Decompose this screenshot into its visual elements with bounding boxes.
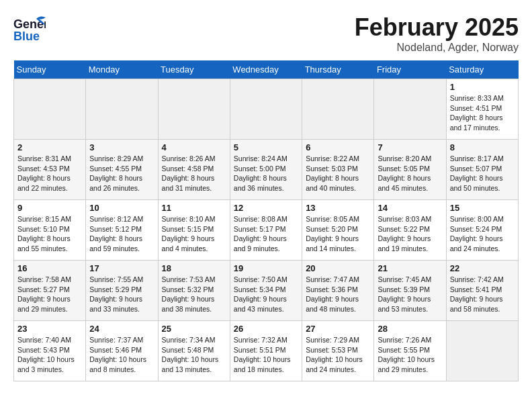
weekday-header-wednesday: Wednesday [230, 60, 302, 79]
calendar-cell [230, 79, 302, 140]
month-title: February 2025 [355, 13, 519, 42]
day-info: Sunrise: 7:32 AM Sunset: 5:51 PM Dayligh… [234, 335, 298, 375]
day-number: 2 [17, 142, 82, 152]
day-number: 12 [234, 203, 298, 213]
day-number: 5 [234, 142, 298, 152]
day-number: 24 [89, 324, 154, 334]
weekday-header-monday: Monday [86, 60, 158, 79]
day-info: Sunrise: 8:33 AM Sunset: 4:51 PM Dayligh… [450, 93, 515, 133]
calendar-cell: 19Sunrise: 7:50 AM Sunset: 5:34 PM Dayli… [230, 261, 302, 321]
location-title: Nodeland, Agder, Norway [355, 42, 519, 54]
svg-text:General: General [13, 17, 46, 31]
calendar-cell: 21Sunrise: 7:45 AM Sunset: 5:39 PM Dayli… [374, 261, 446, 321]
day-number: 21 [378, 263, 442, 273]
day-info: Sunrise: 7:29 AM Sunset: 5:53 PM Dayligh… [306, 335, 370, 375]
weekday-header-saturday: Saturday [446, 60, 518, 79]
calendar-cell: 16Sunrise: 7:58 AM Sunset: 5:27 PM Dayli… [14, 261, 86, 321]
calendar-cell: 3Sunrise: 8:29 AM Sunset: 4:55 PM Daylig… [86, 140, 158, 200]
day-number: 7 [378, 142, 442, 152]
calendar-table: SundayMondayTuesdayWednesdayThursdayFrid… [13, 60, 519, 381]
day-info: Sunrise: 7:50 AM Sunset: 5:34 PM Dayligh… [234, 275, 298, 314]
day-number: 6 [306, 142, 370, 152]
day-info: Sunrise: 8:17 AM Sunset: 5:07 PM Dayligh… [450, 154, 515, 193]
day-info: Sunrise: 7:40 AM Sunset: 5:43 PM Dayligh… [17, 335, 82, 375]
calendar-cell [302, 79, 374, 140]
day-info: Sunrise: 8:31 AM Sunset: 4:53 PM Dayligh… [17, 154, 82, 193]
calendar-cell: 23Sunrise: 7:40 AM Sunset: 5:43 PM Dayli… [14, 321, 86, 381]
calendar-cell: 7Sunrise: 8:20 AM Sunset: 5:05 PM Daylig… [374, 140, 446, 200]
day-info: Sunrise: 7:47 AM Sunset: 5:36 PM Dayligh… [306, 275, 370, 314]
weekday-header-row: SundayMondayTuesdayWednesdayThursdayFrid… [14, 60, 519, 79]
day-number: 23 [17, 324, 82, 334]
calendar-week-row: 2Sunrise: 8:31 AM Sunset: 4:53 PM Daylig… [14, 140, 519, 200]
weekday-header-friday: Friday [374, 60, 446, 79]
calendar-cell: 12Sunrise: 8:08 AM Sunset: 5:17 PM Dayli… [230, 200, 302, 261]
day-info: Sunrise: 8:00 AM Sunset: 5:24 PM Dayligh… [450, 214, 515, 254]
day-number: 10 [89, 203, 154, 213]
calendar-week-row: 1Sunrise: 8:33 AM Sunset: 4:51 PM Daylig… [14, 79, 519, 140]
day-info: Sunrise: 8:05 AM Sunset: 5:20 PM Dayligh… [306, 214, 370, 254]
calendar-cell: 20Sunrise: 7:47 AM Sunset: 5:36 PM Dayli… [302, 261, 374, 321]
calendar-cell: 5Sunrise: 8:24 AM Sunset: 5:00 PM Daylig… [230, 140, 302, 200]
calendar-cell: 9Sunrise: 8:15 AM Sunset: 5:10 PM Daylig… [14, 200, 86, 261]
day-number: 13 [306, 203, 370, 213]
calendar-cell [86, 79, 158, 140]
day-number: 26 [234, 324, 298, 334]
calendar-cell: 22Sunrise: 7:42 AM Sunset: 5:41 PM Dayli… [446, 261, 518, 321]
calendar-cell: 15Sunrise: 8:00 AM Sunset: 5:24 PM Dayli… [446, 200, 518, 261]
title-area: February 2025 Nodeland, Agder, Norway [355, 13, 519, 54]
day-number: 8 [450, 142, 515, 152]
day-info: Sunrise: 7:34 AM Sunset: 5:48 PM Dayligh… [162, 335, 226, 375]
calendar-cell: 17Sunrise: 7:55 AM Sunset: 5:29 PM Dayli… [86, 261, 158, 321]
calendar-week-row: 16Sunrise: 7:58 AM Sunset: 5:27 PM Dayli… [14, 261, 519, 321]
day-info: Sunrise: 7:26 AM Sunset: 5:55 PM Dayligh… [378, 335, 442, 375]
day-number: 1 [450, 82, 515, 92]
calendar-cell [446, 321, 518, 381]
day-number: 20 [306, 263, 370, 273]
day-number: 4 [162, 142, 226, 152]
page-header: General Blue February 2025 Nodeland, Agd… [13, 13, 519, 54]
calendar-cell: 11Sunrise: 8:10 AM Sunset: 5:15 PM Dayli… [158, 200, 230, 261]
day-number: 15 [450, 203, 515, 213]
day-info: Sunrise: 8:10 AM Sunset: 5:15 PM Dayligh… [162, 214, 226, 254]
logo-icon: General Blue [13, 13, 46, 48]
calendar-cell: 6Sunrise: 8:22 AM Sunset: 5:03 PM Daylig… [302, 140, 374, 200]
calendar-cell: 26Sunrise: 7:32 AM Sunset: 5:51 PM Dayli… [230, 321, 302, 381]
day-number: 28 [378, 324, 442, 334]
calendar-cell: 27Sunrise: 7:29 AM Sunset: 5:53 PM Dayli… [302, 321, 374, 381]
weekday-header-sunday: Sunday [14, 60, 86, 79]
calendar-cell: 25Sunrise: 7:34 AM Sunset: 5:48 PM Dayli… [158, 321, 230, 381]
day-number: 9 [17, 203, 82, 213]
day-info: Sunrise: 8:24 AM Sunset: 5:00 PM Dayligh… [234, 154, 298, 193]
calendar-cell: 18Sunrise: 7:53 AM Sunset: 5:32 PM Dayli… [158, 261, 230, 321]
day-number: 27 [306, 324, 370, 334]
day-number: 14 [378, 203, 442, 213]
day-info: Sunrise: 8:29 AM Sunset: 4:55 PM Dayligh… [89, 154, 154, 193]
day-number: 11 [162, 203, 226, 213]
calendar-week-row: 23Sunrise: 7:40 AM Sunset: 5:43 PM Dayli… [14, 321, 519, 381]
day-info: Sunrise: 7:45 AM Sunset: 5:39 PM Dayligh… [378, 275, 442, 314]
day-info: Sunrise: 7:42 AM Sunset: 5:41 PM Dayligh… [450, 275, 515, 314]
calendar-cell [158, 79, 230, 140]
day-info: Sunrise: 8:12 AM Sunset: 5:12 PM Dayligh… [89, 214, 154, 254]
day-number: 17 [89, 263, 154, 273]
day-info: Sunrise: 7:53 AM Sunset: 5:32 PM Dayligh… [162, 275, 226, 314]
day-info: Sunrise: 8:03 AM Sunset: 5:22 PM Dayligh… [378, 214, 442, 254]
day-info: Sunrise: 8:22 AM Sunset: 5:03 PM Dayligh… [306, 154, 370, 193]
calendar-cell: 28Sunrise: 7:26 AM Sunset: 5:55 PM Dayli… [374, 321, 446, 381]
calendar-cell: 1Sunrise: 8:33 AM Sunset: 4:51 PM Daylig… [446, 79, 518, 140]
day-info: Sunrise: 7:55 AM Sunset: 5:29 PM Dayligh… [89, 275, 154, 314]
day-number: 18 [162, 263, 226, 273]
day-info: Sunrise: 7:37 AM Sunset: 5:46 PM Dayligh… [89, 335, 154, 375]
day-info: Sunrise: 8:15 AM Sunset: 5:10 PM Dayligh… [17, 214, 82, 254]
svg-text:Blue: Blue [13, 30, 40, 43]
calendar-cell [14, 79, 86, 140]
calendar-cell: 2Sunrise: 8:31 AM Sunset: 4:53 PM Daylig… [14, 140, 86, 200]
calendar-week-row: 9Sunrise: 8:15 AM Sunset: 5:10 PM Daylig… [14, 200, 519, 261]
calendar-cell: 13Sunrise: 8:05 AM Sunset: 5:20 PM Dayli… [302, 200, 374, 261]
calendar-cell: 8Sunrise: 8:17 AM Sunset: 5:07 PM Daylig… [446, 140, 518, 200]
weekday-header-thursday: Thursday [302, 60, 374, 79]
calendar-cell: 10Sunrise: 8:12 AM Sunset: 5:12 PM Dayli… [86, 200, 158, 261]
day-number: 3 [89, 142, 154, 152]
day-info: Sunrise: 8:26 AM Sunset: 4:58 PM Dayligh… [162, 154, 226, 193]
